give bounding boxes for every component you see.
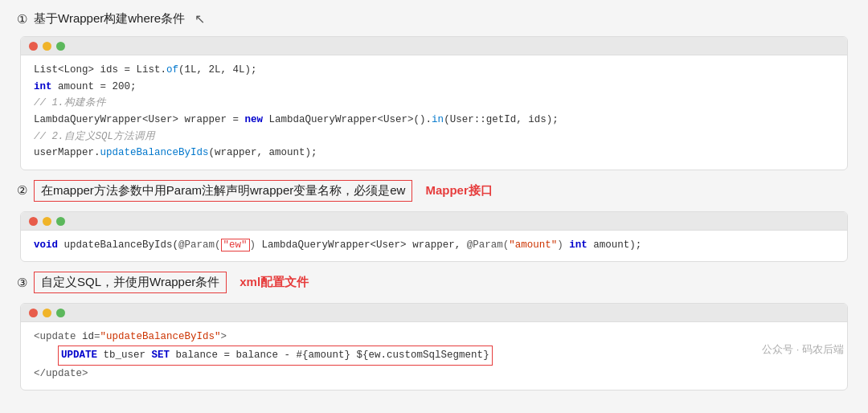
section2-header: ② 在mapper方法参数中用Param注解声明wrapper变量名称，必须是e…	[12, 177, 856, 205]
section2-title: 在mapper方法参数中用Param注解声明wrapper变量名称，必须是ew	[41, 183, 405, 197]
section2-title-bordered: 在mapper方法参数中用Param注解声明wrapper变量名称，必须是ew	[34, 180, 412, 202]
section2-code: void updateBalanceByIds(@Param("ew") Lam…	[21, 231, 847, 262]
dot-yellow-2	[43, 217, 51, 226]
section3-title: 自定义SQL，并使用Wrapper条件	[41, 275, 219, 288]
dot-green-3	[56, 309, 65, 317]
section1-code: List<Long> ids = List.of(1L, 2L, 4L); in…	[21, 55, 847, 170]
section3-title-bordered: 自定义SQL，并使用Wrapper条件	[34, 272, 227, 293]
section3-code: <update id="updateBalanceByIds"> UPDATE …	[21, 322, 847, 390]
dot-green-1	[56, 42, 65, 51]
section1-code-block: List<Long> ids = List.of(1L, 2L, 4L); in…	[20, 36, 848, 170]
section3-header: ③ 自定义SQL，并使用Wrapper条件 xml配置文件	[12, 268, 856, 296]
dot-yellow-1	[43, 42, 51, 51]
dot-green-2	[56, 217, 65, 226]
section3-number: ③	[17, 276, 27, 290]
section1-header: ① 基于Wrapper构建where条件 ↖	[12, 8, 856, 30]
dot-red-1	[29, 42, 38, 51]
section2-subtitle: Mapper接口	[425, 183, 492, 198]
cursor-icon: ↖	[194, 11, 205, 27]
section2-number: ②	[17, 183, 27, 198]
section3-code-block: <update id="updateBalanceByIds"> UPDATE …	[20, 303, 848, 391]
section3-subtitle: xml配置文件	[240, 275, 309, 290]
section1-number: ①	[17, 12, 27, 27]
section2-code-block: void updateBalanceByIds(@Param("ew") Lam…	[20, 211, 848, 263]
section1-title: 基于Wrapper构建where条件	[34, 11, 185, 27]
dot-red-2	[29, 217, 38, 226]
dot-red-3	[29, 309, 38, 317]
dot-yellow-3	[43, 309, 51, 317]
